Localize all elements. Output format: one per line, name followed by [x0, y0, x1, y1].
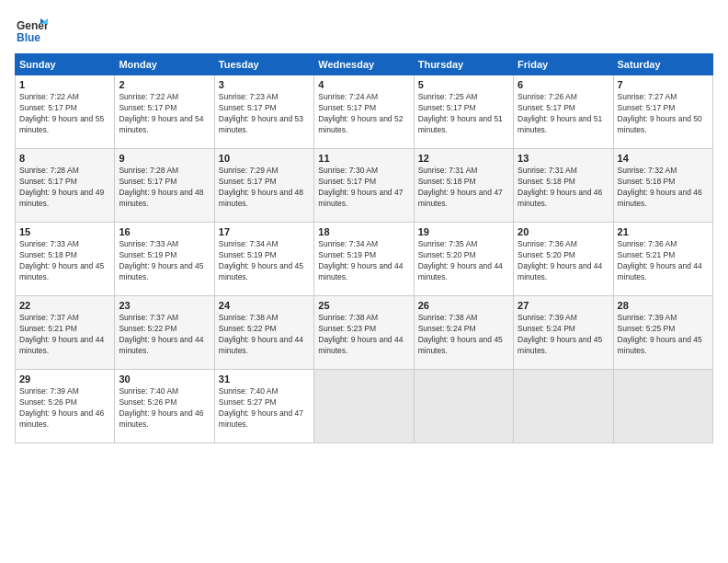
day-number: 24: [219, 300, 310, 311]
weekday-header: Monday: [115, 54, 214, 75]
day-number: 30: [119, 373, 210, 385]
day-info: Sunrise: 7:26 AMSunset: 5:17 PMDaylight:…: [518, 92, 602, 134]
day-number: 31: [219, 373, 310, 385]
day-info: Sunrise: 7:24 AMSunset: 5:17 PMDaylight:…: [318, 92, 403, 134]
calendar-day-cell: 12Sunrise: 7:31 AMSunset: 5:18 PMDayligh…: [414, 149, 513, 223]
day-info: Sunrise: 7:38 AMSunset: 5:22 PMDaylight:…: [219, 313, 303, 355]
weekday-header: Tuesday: [214, 54, 313, 75]
calendar-day-cell: [613, 370, 712, 443]
day-info: Sunrise: 7:34 AMSunset: 5:19 PMDaylight:…: [318, 239, 403, 282]
calendar-week-row: 22Sunrise: 7:37 AMSunset: 5:21 PMDayligh…: [16, 296, 713, 370]
day-info: Sunrise: 7:28 AMSunset: 5:17 PMDaylight:…: [119, 166, 203, 208]
day-number: 20: [518, 226, 609, 237]
calendar-container: General Blue SundayMondayTuesdayWednesda…: [0, 0, 728, 563]
calendar-day-cell: 17Sunrise: 7:34 AMSunset: 5:19 PMDayligh…: [214, 223, 313, 296]
calendar-day-cell: 2Sunrise: 7:22 AMSunset: 5:17 PMDaylight…: [115, 75, 214, 149]
day-info: Sunrise: 7:34 AMSunset: 5:19 PMDaylight:…: [219, 239, 303, 282]
day-info: Sunrise: 7:37 AMSunset: 5:22 PMDaylight:…: [119, 313, 203, 355]
day-info: Sunrise: 7:33 AMSunset: 5:19 PMDaylight:…: [119, 239, 203, 282]
calendar-day-cell: 20Sunrise: 7:36 AMSunset: 5:20 PMDayligh…: [514, 223, 613, 296]
logo-icon: General Blue: [15, 15, 48, 48]
day-number: 3: [219, 79, 310, 90]
calendar-day-cell: 25Sunrise: 7:38 AMSunset: 5:23 PMDayligh…: [314, 296, 414, 370]
weekday-header: Friday: [514, 54, 613, 75]
day-info: Sunrise: 7:25 AMSunset: 5:17 PMDaylight:…: [418, 92, 503, 134]
calendar-day-cell: 22Sunrise: 7:37 AMSunset: 5:21 PMDayligh…: [16, 296, 115, 370]
day-number: 9: [119, 153, 210, 164]
day-number: 25: [318, 300, 409, 311]
day-number: 8: [19, 153, 110, 164]
day-number: 2: [119, 79, 210, 90]
calendar-day-cell: 28Sunrise: 7:39 AMSunset: 5:25 PMDayligh…: [613, 296, 712, 370]
day-info: Sunrise: 7:31 AMSunset: 5:18 PMDaylight:…: [418, 166, 503, 208]
calendar-day-cell: [514, 370, 613, 443]
day-info: Sunrise: 7:31 AMSunset: 5:18 PMDaylight:…: [518, 166, 602, 208]
calendar-day-cell: 18Sunrise: 7:34 AMSunset: 5:19 PMDayligh…: [314, 223, 414, 296]
calendar-week-row: 8Sunrise: 7:28 AMSunset: 5:17 PMDaylight…: [16, 149, 713, 223]
calendar-day-cell: 30Sunrise: 7:40 AMSunset: 5:26 PMDayligh…: [115, 370, 214, 443]
day-info: Sunrise: 7:32 AMSunset: 5:18 PMDaylight:…: [618, 166, 702, 208]
day-number: 26: [418, 300, 509, 311]
calendar-day-cell: 26Sunrise: 7:38 AMSunset: 5:24 PMDayligh…: [414, 296, 513, 370]
day-info: Sunrise: 7:30 AMSunset: 5:17 PMDaylight:…: [318, 166, 403, 208]
calendar-day-cell: 7Sunrise: 7:27 AMSunset: 5:17 PMDaylight…: [613, 75, 712, 149]
calendar-day-cell: [314, 370, 414, 443]
day-info: Sunrise: 7:40 AMSunset: 5:27 PMDaylight:…: [219, 386, 303, 429]
day-info: Sunrise: 7:38 AMSunset: 5:24 PMDaylight:…: [418, 313, 503, 355]
day-info: Sunrise: 7:29 AMSunset: 5:17 PMDaylight:…: [219, 166, 303, 208]
day-number: 23: [119, 300, 210, 311]
day-number: 7: [618, 79, 709, 90]
calendar-day-cell: 4Sunrise: 7:24 AMSunset: 5:17 PMDaylight…: [314, 75, 414, 149]
day-info: Sunrise: 7:22 AMSunset: 5:17 PMDaylight:…: [19, 92, 104, 134]
calendar-day-cell: 15Sunrise: 7:33 AMSunset: 5:18 PMDayligh…: [16, 223, 115, 296]
calendar-table: SundayMondayTuesdayWednesdayThursdayFrid…: [15, 53, 713, 443]
day-info: Sunrise: 7:36 AMSunset: 5:20 PMDaylight:…: [518, 239, 602, 282]
calendar-day-cell: 9Sunrise: 7:28 AMSunset: 5:17 PMDaylight…: [115, 149, 214, 223]
weekday-header: Saturday: [613, 54, 712, 75]
day-number: 17: [219, 226, 310, 237]
day-number: 16: [119, 226, 210, 237]
weekday-header: Sunday: [16, 54, 115, 75]
day-number: 19: [418, 226, 509, 237]
day-number: 29: [19, 373, 110, 385]
calendar-day-cell: 8Sunrise: 7:28 AMSunset: 5:17 PMDaylight…: [16, 149, 115, 223]
logo: General Blue: [15, 15, 48, 48]
day-info: Sunrise: 7:36 AMSunset: 5:21 PMDaylight:…: [618, 239, 702, 282]
day-info: Sunrise: 7:40 AMSunset: 5:26 PMDaylight:…: [119, 386, 203, 429]
weekday-header: Wednesday: [314, 54, 414, 75]
calendar-day-cell: 24Sunrise: 7:38 AMSunset: 5:22 PMDayligh…: [214, 296, 313, 370]
calendar-day-cell: 31Sunrise: 7:40 AMSunset: 5:27 PMDayligh…: [214, 370, 313, 443]
day-info: Sunrise: 7:22 AMSunset: 5:17 PMDaylight:…: [119, 92, 203, 134]
day-number: 21: [618, 226, 709, 237]
day-number: 14: [618, 153, 709, 164]
day-number: 22: [19, 300, 110, 311]
day-number: 11: [318, 153, 409, 164]
day-info: Sunrise: 7:27 AMSunset: 5:17 PMDaylight:…: [618, 92, 702, 134]
calendar-week-row: 29Sunrise: 7:39 AMSunset: 5:26 PMDayligh…: [16, 370, 713, 443]
day-number: 1: [19, 79, 110, 90]
day-info: Sunrise: 7:39 AMSunset: 5:25 PMDaylight:…: [618, 313, 702, 355]
day-number: 4: [318, 79, 409, 90]
day-info: Sunrise: 7:35 AMSunset: 5:20 PMDaylight:…: [418, 239, 503, 282]
day-info: Sunrise: 7:37 AMSunset: 5:21 PMDaylight:…: [19, 313, 104, 355]
day-info: Sunrise: 7:28 AMSunset: 5:17 PMDaylight:…: [19, 166, 104, 208]
weekday-header: Thursday: [414, 54, 513, 75]
calendar-day-cell: [414, 370, 513, 443]
day-number: 15: [19, 226, 110, 237]
day-info: Sunrise: 7:39 AMSunset: 5:24 PMDaylight:…: [518, 313, 602, 355]
calendar-day-cell: 11Sunrise: 7:30 AMSunset: 5:17 PMDayligh…: [314, 149, 414, 223]
calendar-day-cell: 5Sunrise: 7:25 AMSunset: 5:17 PMDaylight…: [414, 75, 513, 149]
day-info: Sunrise: 7:23 AMSunset: 5:17 PMDaylight:…: [219, 92, 303, 134]
calendar-day-cell: 19Sunrise: 7:35 AMSunset: 5:20 PMDayligh…: [414, 223, 513, 296]
calendar-day-cell: 27Sunrise: 7:39 AMSunset: 5:24 PMDayligh…: [514, 296, 613, 370]
calendar-day-cell: 21Sunrise: 7:36 AMSunset: 5:21 PMDayligh…: [613, 223, 712, 296]
calendar-day-cell: 16Sunrise: 7:33 AMSunset: 5:19 PMDayligh…: [115, 223, 214, 296]
svg-text:Blue: Blue: [17, 31, 40, 44]
calendar-day-cell: 3Sunrise: 7:23 AMSunset: 5:17 PMDaylight…: [214, 75, 313, 149]
day-number: 13: [518, 153, 609, 164]
calendar-day-cell: 13Sunrise: 7:31 AMSunset: 5:18 PMDayligh…: [514, 149, 613, 223]
calendar-week-row: 15Sunrise: 7:33 AMSunset: 5:18 PMDayligh…: [16, 223, 713, 296]
calendar-day-cell: 10Sunrise: 7:29 AMSunset: 5:17 PMDayligh…: [214, 149, 313, 223]
calendar-day-cell: 14Sunrise: 7:32 AMSunset: 5:18 PMDayligh…: [613, 149, 712, 223]
day-number: 10: [219, 153, 310, 164]
